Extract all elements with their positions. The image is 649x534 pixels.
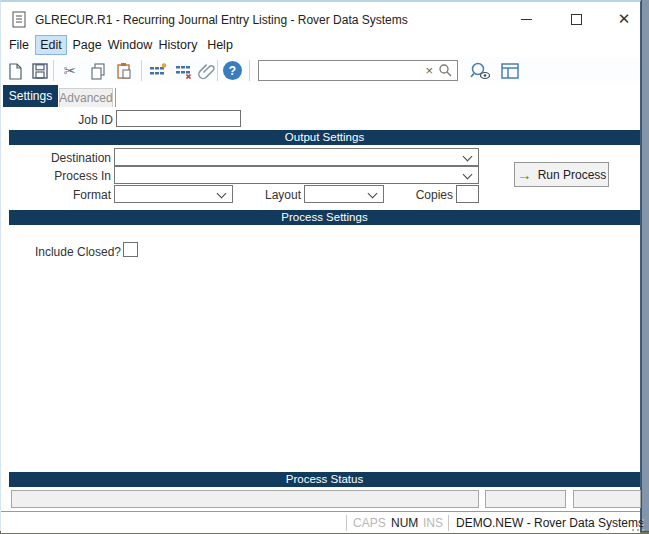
menu-page[interactable]: Page	[71, 35, 103, 55]
minimize-icon	[521, 19, 532, 20]
include-closed-checkbox[interactable]	[123, 242, 138, 257]
process-in-label: Process In	[31, 169, 111, 183]
toolbar-separator	[217, 60, 218, 81]
maximize-button[interactable]	[557, 5, 595, 33]
search-icon[interactable]	[438, 63, 453, 82]
layout-label: Layout	[246, 188, 301, 202]
run-process-button[interactable]: → Run Process	[514, 162, 609, 187]
toolbar-separator	[249, 60, 250, 81]
tab-divider	[115, 88, 116, 107]
process-settings-header: Process Settings	[9, 210, 640, 225]
format-value	[115, 189, 118, 203]
screen: GLRECUR.R1 - Recurring Journal Entry Lis…	[0, 0, 649, 534]
attachment-icon[interactable]	[198, 62, 216, 80]
chevron-down-icon	[463, 152, 473, 162]
status-bar: CAPS NUM INS DEMO.NEW - Rover Data Syste…	[1, 511, 640, 533]
run-arrow-icon: →	[517, 167, 532, 182]
layout-value	[305, 189, 308, 203]
process-status-field-3	[573, 490, 641, 508]
copies-input[interactable]	[456, 185, 479, 203]
close-button[interactable]: ✕	[605, 5, 643, 33]
process-status-field-1	[11, 490, 479, 508]
run-process-label: Run Process	[538, 168, 607, 182]
copies-label: Copies	[401, 188, 453, 202]
minimize-button[interactable]	[507, 5, 545, 33]
menu-edit[interactable]: Edit	[35, 35, 67, 55]
window-layout-icon[interactable]	[501, 62, 519, 80]
chevron-down-icon	[368, 189, 378, 199]
resize-grip[interactable]	[633, 520, 645, 532]
menu-history[interactable]: History	[157, 35, 199, 55]
delete-row-icon[interactable]	[175, 62, 193, 80]
search-clear-icon[interactable]: ×	[425, 63, 433, 78]
menu-bar: File Edit Page Window History Help	[1, 34, 640, 57]
destination-label: Destination	[31, 151, 111, 165]
caps-indicator: CAPS	[353, 516, 386, 530]
desktop-edge-right	[640, 0, 649, 534]
destination-value	[115, 152, 118, 166]
menu-file[interactable]: File	[5, 35, 33, 55]
job-id-label: Job ID	[41, 113, 113, 127]
format-select[interactable]	[114, 185, 233, 203]
title-bar: GLRECUR.R1 - Recurring Journal Entry Lis…	[1, 4, 640, 34]
toolbar-separator	[53, 60, 54, 81]
chevron-down-icon	[217, 189, 227, 199]
maximize-icon	[571, 14, 582, 25]
statusbar-separator	[346, 515, 347, 531]
output-settings-header: Output Settings	[9, 130, 640, 145]
include-closed-label: Include Closed?	[31, 245, 121, 259]
paste-icon[interactable]	[115, 62, 133, 80]
search-box: ×	[258, 60, 458, 81]
search-input[interactable]	[261, 62, 426, 79]
ins-indicator: INS	[423, 516, 443, 530]
save-icon[interactable]	[31, 62, 49, 80]
destination-select[interactable]	[114, 148, 479, 166]
tab-settings[interactable]: Settings	[3, 85, 58, 107]
new-document-icon[interactable]	[6, 62, 24, 80]
layout-select[interactable]	[304, 185, 384, 203]
statusbar-context: DEMO.NEW - Rover Data Systems	[456, 516, 644, 530]
cut-icon[interactable]: ✂	[61, 62, 79, 80]
chevron-down-icon	[463, 170, 473, 180]
process-status-field-2	[485, 490, 566, 508]
menu-help[interactable]: Help	[205, 35, 235, 55]
insert-row-icon[interactable]	[149, 62, 167, 80]
format-label: Format	[31, 188, 111, 202]
statusbar-separator	[448, 515, 449, 531]
help-icon[interactable]: ?	[223, 61, 242, 80]
app-window: GLRECUR.R1 - Recurring Journal Entry Lis…	[0, 0, 641, 531]
close-icon: ✕	[618, 10, 631, 28]
process-in-select[interactable]	[114, 166, 479, 184]
process-in-value	[115, 170, 118, 184]
window-title: GLRECUR.R1 - Recurring Journal Entry Lis…	[35, 13, 408, 27]
preview-icon[interactable]	[469, 62, 491, 80]
tab-strip: Settings Advanced	[1, 85, 640, 107]
toolbar-separator	[141, 60, 142, 81]
job-id-input[interactable]	[116, 110, 241, 127]
num-indicator: NUM	[391, 516, 418, 530]
menu-window[interactable]: Window	[107, 35, 153, 55]
toolbar: ✂ ? ×	[1, 57, 640, 85]
document-icon	[12, 11, 27, 33]
tab-advanced[interactable]: Advanced	[59, 88, 113, 107]
copy-icon[interactable]	[89, 62, 107, 80]
process-status-header: Process Status	[9, 472, 640, 487]
